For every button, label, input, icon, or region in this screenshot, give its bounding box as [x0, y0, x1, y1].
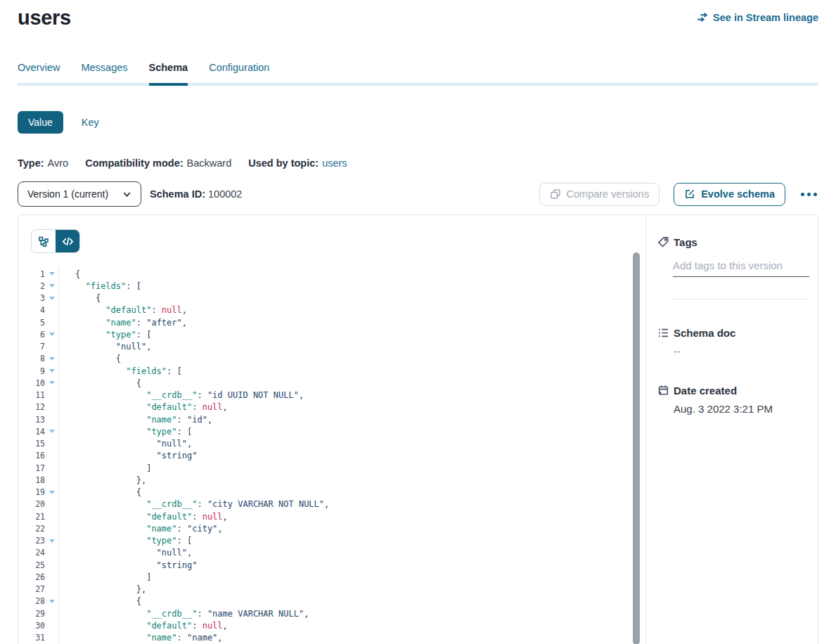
schema-id: Schema ID: 100002: [150, 188, 242, 200]
fold-arrow-icon[interactable]: [49, 430, 55, 433]
tree-view-icon: [38, 236, 49, 247]
code-line[interactable]: ]: [75, 571, 645, 583]
code-line[interactable]: "fields": [: [75, 280, 645, 292]
line-number: 9: [18, 366, 45, 376]
evolve-schema-button[interactable]: Evolve schema: [674, 183, 785, 206]
compare-versions-label: Compare versions: [567, 188, 650, 200]
code-line[interactable]: "default": null,: [75, 304, 645, 316]
schema-doc-section: Schema doc --: [657, 327, 818, 357]
tab-schema[interactable]: Schema: [149, 62, 188, 86]
tab-messages[interactable]: Messages: [81, 62, 127, 86]
more-actions-button[interactable]: [799, 188, 818, 200]
gutter-row: 18: [18, 474, 58, 486]
add-tags-input[interactable]: [673, 259, 809, 277]
gutter-row: 29: [18, 607, 58, 619]
fold-arrow-icon[interactable]: [49, 381, 55, 385]
gutter-row: 24: [18, 547, 58, 559]
key-toggle-button[interactable]: Key: [82, 117, 99, 128]
code-line[interactable]: "type": [: [75, 328, 645, 340]
tree-view-button[interactable]: [32, 230, 56, 252]
version-bar: Version 1 (current) Schema ID: 100002 Co…: [18, 181, 818, 207]
code-line[interactable]: "type": [: [75, 535, 645, 547]
sidebar-divider: [671, 299, 809, 300]
code-line[interactable]: "string": [75, 559, 645, 571]
tab-configuration[interactable]: Configuration: [209, 62, 269, 86]
code-line[interactable]: "null",: [75, 547, 645, 559]
fold-arrow-icon[interactable]: [49, 539, 55, 543]
gutter-row: 13: [18, 413, 58, 425]
line-number: 13: [18, 415, 45, 425]
fold-arrow-icon[interactable]: [49, 600, 55, 603]
tags-section-title: Tags: [657, 236, 818, 248]
gutter-row: 9: [18, 365, 58, 377]
code-line[interactable]: "fields": [: [75, 365, 645, 377]
gutter-row: 17: [18, 462, 58, 474]
line-number: 16: [18, 451, 45, 461]
gutter-row: 7: [18, 341, 58, 353]
code-line[interactable]: {: [75, 353, 645, 365]
meta-compat-label: Compatibility mode:: [85, 157, 183, 169]
gutter-row: 22: [18, 522, 58, 534]
meta-topic-link[interactable]: users: [322, 157, 347, 169]
code-area[interactable]: 1234567891011121314151617181920212223242…: [18, 268, 645, 644]
meta-compat-value: Backward: [187, 157, 232, 169]
fold-arrow-icon[interactable]: [49, 357, 55, 361]
code-line[interactable]: "__crdb__": "name VARCHAR NULL",: [75, 607, 645, 619]
line-number: 7: [18, 342, 45, 352]
code-line[interactable]: "name": "id",: [75, 413, 645, 425]
gutter-row: 4: [18, 304, 58, 316]
page: users See in Stream lineage Overview Mes…: [0, 0, 836, 644]
code-line[interactable]: "default": null,: [75, 401, 645, 413]
code-view-button[interactable]: [56, 230, 79, 252]
fold-arrow-icon[interactable]: [49, 284, 55, 288]
code-line[interactable]: {: [75, 268, 645, 280]
code-line[interactable]: {: [75, 595, 645, 607]
stream-lineage-link[interactable]: See in Stream lineage: [696, 11, 818, 23]
edit-icon: [684, 188, 695, 200]
code-line[interactable]: "__crdb__": "id UUID NOT NULL",: [75, 389, 645, 401]
meta-topic-label: Used by topic:: [248, 157, 319, 169]
code-line[interactable]: },: [75, 474, 645, 486]
code-line[interactable]: "type": [: [75, 425, 645, 437]
version-select[interactable]: Version 1 (current): [18, 181, 141, 207]
code-line[interactable]: "name": "name",: [75, 632, 645, 644]
code-line[interactable]: "null",: [75, 438, 645, 450]
fold-arrow-icon[interactable]: [49, 369, 55, 373]
code-line[interactable]: "default": null,: [75, 619, 645, 631]
date-created-value: Aug. 3 2022 3:21 PM: [674, 403, 818, 415]
code-line[interactable]: {: [75, 292, 645, 304]
compare-versions-button[interactable]: Compare versions: [539, 183, 660, 206]
calendar-plus-icon: [657, 385, 669, 397]
line-number: 28: [18, 596, 45, 606]
list-icon: [657, 327, 669, 339]
fold-arrow-icon[interactable]: [49, 272, 55, 276]
fold-arrow-icon[interactable]: [49, 333, 55, 336]
tab-overview[interactable]: Overview: [18, 62, 60, 86]
code-line[interactable]: "string": [75, 450, 645, 462]
code-line[interactable]: {: [75, 487, 645, 498]
line-number: 1: [18, 269, 45, 279]
code-line[interactable]: },: [75, 584, 645, 595]
gutter-row: 28: [18, 595, 58, 607]
code-line[interactable]: "__crdb__": "city VARCHAR NOT NULL",: [75, 498, 645, 510]
line-number: 4: [18, 305, 45, 315]
code-line[interactable]: "null",: [75, 341, 645, 353]
chevron-down-icon: [122, 190, 131, 199]
line-number: 6: [18, 330, 45, 340]
line-number: 10: [18, 378, 45, 388]
fold-arrow-icon[interactable]: [49, 491, 55, 494]
gutter-row: 23: [18, 535, 58, 547]
value-toggle-button[interactable]: Value: [18, 111, 63, 134]
code-line[interactable]: "name": "after",: [75, 316, 645, 328]
editor-scrollbar[interactable]: [633, 252, 640, 644]
fold-arrow-icon[interactable]: [49, 297, 55, 300]
code-line[interactable]: ]: [75, 462, 645, 474]
gutter-row: 15: [18, 438, 58, 450]
code-line[interactable]: "name": "city",: [75, 522, 645, 534]
line-number: 27: [18, 584, 45, 594]
gutter-row: 26: [18, 571, 58, 583]
code-line[interactable]: "default": null,: [75, 510, 645, 522]
gutter-row: 25: [18, 559, 58, 571]
version-select-value: Version 1 (current): [27, 188, 108, 200]
code-line[interactable]: {: [75, 377, 645, 389]
